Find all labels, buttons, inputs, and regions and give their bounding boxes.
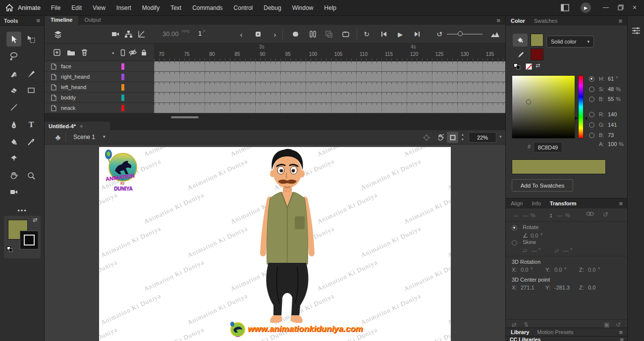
camera-tool[interactable] [6, 185, 21, 199]
radio-h[interactable] [589, 76, 594, 82]
s-value[interactable]: 48 [608, 86, 614, 92]
eyedropper-tool[interactable] [24, 135, 39, 149]
pen-tool[interactable] [6, 117, 21, 132]
center3d-y-value[interactable]: -281.3 [554, 285, 570, 291]
insert-keyframe-icon[interactable] [253, 29, 264, 40]
no-color-icon[interactable] [526, 63, 532, 70]
menu-text[interactable]: Text [170, 4, 181, 11]
menu-window[interactable]: Window [292, 4, 314, 11]
transform-panel-menu-icon[interactable]: ≡ [619, 200, 623, 207]
swap-colors-icon[interactable]: ⇄ [536, 62, 540, 69]
crosshair-icon[interactable] [421, 132, 432, 143]
timeline-zoom-slider[interactable] [447, 34, 483, 35]
rot3d-y-value[interactable]: 0.0 [554, 267, 562, 273]
tab-output[interactable]: Output [78, 16, 107, 25]
lock-column-icon[interactable] [139, 48, 149, 57]
scene-chevron-icon[interactable]: ▾ [103, 134, 106, 139]
layer-color-chip[interactable] [121, 95, 124, 101]
rotate-radio[interactable] [512, 225, 517, 231]
rotate-value[interactable]: 0.0 [531, 233, 538, 239]
timeline-panel-menu-icon[interactable]: ≡ [496, 17, 500, 24]
radio-r[interactable] [589, 112, 594, 117]
restore-button[interactable] [613, 0, 628, 15]
frame-ruler[interactable]: 3s 4s 70 75 80 85 90 95 100 105 110 115 … [154, 44, 505, 61]
eraser-tool[interactable] [6, 83, 21, 97]
frames-track[interactable] [154, 72, 505, 82]
onion-skin-outlines-icon[interactable] [307, 29, 318, 40]
g-value[interactable]: 141 [608, 122, 617, 128]
menu-help[interactable]: Help [324, 4, 336, 11]
step-forward-icon[interactable] [412, 29, 423, 40]
edit-multiple-frames-icon[interactable] [323, 29, 334, 40]
document-tab-close-icon[interactable]: × [80, 123, 83, 129]
scene-name[interactable]: Scene 1 [73, 134, 95, 141]
rot3d-z-value[interactable]: 0.0 [588, 267, 595, 273]
edit-symbols-icon[interactable] [435, 132, 446, 143]
tab-align[interactable]: Align [511, 200, 523, 206]
loop-frames-icon[interactable] [340, 29, 351, 40]
delete-layer-icon[interactable] [79, 48, 89, 57]
fill-bucket-button[interactable] [513, 34, 528, 47]
color-type-dropdown[interactable]: Solid color ▾ [546, 36, 594, 48]
line-tool[interactable] [6, 100, 21, 115]
tab-timeline[interactable]: Timeline [45, 16, 78, 25]
menu-control[interactable]: Control [234, 4, 253, 11]
cc-libraries-menu-icon[interactable]: ≡ [620, 337, 624, 341]
onion-skin-icon[interactable] [290, 29, 301, 40]
loop-playback-icon[interactable]: ↻ [361, 29, 372, 40]
zoom-stepper[interactable]: ▴▾ [462, 132, 464, 142]
hex-input[interactable] [534, 142, 562, 152]
current-frame-value[interactable]: 1 [198, 30, 202, 37]
stage-pasteboard[interactable]: Animation Ki DuniyaAnimation Ki DuniyaAn… [45, 145, 505, 341]
sb-selector[interactable] [526, 99, 531, 104]
radio-b2[interactable] [589, 133, 594, 138]
menu-debug[interactable]: Debug [264, 4, 281, 11]
b-value[interactable]: 55 [608, 96, 614, 102]
highlight-column-icon[interactable]: ● [108, 48, 118, 57]
tab-motion-presets[interactable]: Motion Presets [537, 329, 573, 335]
hue-slider[interactable] [578, 75, 584, 139]
layer-row-boddy[interactable]: boddy [45, 93, 154, 103]
center3d-z-value[interactable]: 0.0 [588, 285, 595, 291]
flip-horizontal-icon[interactable]: ⇄ [512, 321, 517, 328]
remove-transform-icon[interactable]: ↺ [616, 321, 621, 328]
menu-file[interactable]: File [51, 4, 60, 11]
next-keyframe-icon[interactable]: › [269, 29, 280, 40]
camera-toggle-icon[interactable] [110, 29, 121, 40]
tab-info[interactable]: Info [532, 200, 540, 206]
frames-track[interactable] [154, 93, 505, 103]
zoom-chevron-icon[interactable]: ▾ [499, 134, 502, 139]
layer-color-chip[interactable] [121, 84, 124, 91]
duplicate-selection-icon[interactable]: ▣ [604, 321, 609, 328]
hand-tool[interactable] [6, 168, 21, 183]
fps-value[interactable]: 30.00 [162, 30, 179, 38]
timeline-zoom-in-icon[interactable] [489, 29, 500, 40]
play-button[interactable]: ▶ [395, 29, 406, 40]
zoom-level[interactable]: 22% [469, 132, 496, 143]
skew-v-value[interactable]: — [563, 247, 569, 253]
panel-fill-swatch[interactable] [531, 34, 543, 47]
graph-editor-icon[interactable] [136, 29, 147, 40]
menu-view[interactable]: View [93, 4, 106, 11]
text-tool[interactable]: T [24, 117, 39, 132]
minimize-button[interactable]: — [598, 0, 613, 15]
tools-menu-icon[interactable]: ≡ [36, 17, 40, 24]
link-scale-icon[interactable] [586, 211, 594, 217]
swap-colors-icon[interactable]: ⇄ [33, 217, 37, 223]
document-tab[interactable]: Untitled-4* × [45, 122, 110, 130]
stage-canvas[interactable]: Animation Ki DuniyaAnimation Ki DuniyaAn… [99, 147, 451, 341]
free-transform-tool[interactable] [24, 32, 39, 47]
classic-brush-tool[interactable] [24, 66, 39, 81]
scale-height-value[interactable]: — [557, 212, 563, 218]
new-layer-icon[interactable] [52, 48, 62, 57]
a-value[interactable]: 100 [608, 141, 617, 147]
center3d-x-value[interactable]: 271.1 [521, 285, 535, 291]
home-icon[interactable] [5, 3, 14, 14]
close-button[interactable]: × [627, 0, 642, 15]
layer-row-right-heand[interactable]: right_heand [45, 72, 154, 82]
outline-column-icon[interactable] [118, 48, 128, 57]
previous-keyframe-icon[interactable]: ‹ [236, 29, 247, 40]
stroke-color-swatch[interactable] [20, 231, 39, 249]
hue-arrow-left[interactable] [575, 116, 578, 120]
character-artwork[interactable] [248, 148, 327, 333]
